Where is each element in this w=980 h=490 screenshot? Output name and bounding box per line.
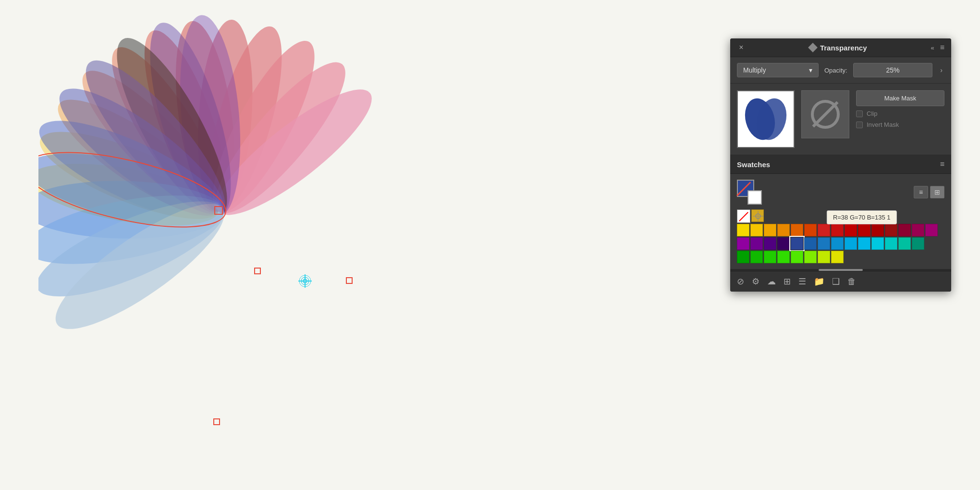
swatch-item[interactable] <box>818 237 830 250</box>
svg-rect-26 <box>346 278 352 283</box>
swatch-item[interactable] <box>912 224 924 236</box>
object-thumbnail[interactable] <box>737 90 795 148</box>
invert-mask-option: Invert Mask <box>856 121 944 128</box>
swatch-item[interactable] <box>818 251 830 263</box>
panel-menu-icon[interactable]: ≡ <box>940 43 944 52</box>
swatches-header: Swatches ≡ <box>730 155 951 174</box>
swatch-item[interactable] <box>885 237 897 250</box>
scrollbar[interactable] <box>730 269 951 271</box>
swatch-item[interactable] <box>925 224 938 236</box>
cloud-icon[interactable]: ☁ <box>767 276 776 287</box>
clip-label: Clip <box>867 110 877 117</box>
swatches-body: ≡ ⊞ <box>730 174 951 269</box>
folder-icon[interactable]: 📁 <box>814 276 824 287</box>
blend-mode-dropdown[interactable]: Multiply ▾ <box>737 63 819 77</box>
svg-rect-25 <box>255 268 260 274</box>
grid-view-button[interactable]: ⊞ <box>930 186 944 198</box>
swatch-item[interactable] <box>845 237 857 250</box>
swatch-item[interactable] <box>858 224 870 236</box>
transparency-panel: × Transparency « ≡ Multiply ▾ Opacity: 2… <box>730 38 951 292</box>
swatch-item[interactable] <box>777 251 790 263</box>
swatch-item[interactable] <box>912 237 924 250</box>
swatch-item[interactable] <box>885 224 897 236</box>
swatches-menu-icon[interactable]: ≡ <box>940 160 944 169</box>
swatch-item[interactable] <box>791 251 803 263</box>
no-mask-icon <box>811 100 840 129</box>
opacity-field[interactable]: 25% <box>853 63 933 77</box>
swatch-item[interactable] <box>791 237 803 250</box>
panel-footer: ⊘ ⚙ ☁ ⊞ ☰ 📁 ❑ 🗑 <box>730 271 951 292</box>
swatch-row-special <box>737 209 944 223</box>
swatch-item[interactable] <box>750 251 763 263</box>
swatch-flower[interactable] <box>751 209 764 222</box>
swatch-item[interactable] <box>898 237 911 250</box>
canvas-area <box>0 0 663 490</box>
make-mask-button[interactable]: Make Mask <box>856 90 944 106</box>
invert-mask-checkbox[interactable] <box>856 122 863 128</box>
swatch-item[interactable] <box>831 224 844 236</box>
grid-icon[interactable]: ⊞ <box>784 276 791 287</box>
panel-title: Transparency <box>820 44 867 52</box>
swatch-row-2 <box>737 237 944 250</box>
blend-opacity-row: Multiply ▾ Opacity: 25% › <box>730 57 951 84</box>
swatch-row-1 <box>737 224 944 236</box>
swatches-title: Swatches <box>737 160 770 169</box>
view-buttons: ≡ ⊞ <box>914 186 944 198</box>
blend-mode-value: Multiply <box>743 66 766 74</box>
swatch-item[interactable] <box>804 251 817 263</box>
swatch-tools: ≡ ⊞ <box>737 180 944 205</box>
swatch-item[interactable] <box>737 237 749 250</box>
swatch-item[interactable] <box>777 224 790 236</box>
swatch-item[interactable] <box>737 251 749 263</box>
panel-icon <box>808 43 818 52</box>
swatch-item[interactable] <box>898 224 911 236</box>
edit-icon[interactable]: ⚙ <box>752 276 760 287</box>
swatch-item[interactable] <box>750 224 763 236</box>
none-swatch[interactable] <box>737 209 750 223</box>
delete-icon[interactable]: 🗑 <box>847 277 856 287</box>
collapse-button[interactable]: « <box>931 44 934 51</box>
clip-option: Clip <box>856 110 944 117</box>
svg-rect-27 <box>214 419 220 425</box>
swatch-item[interactable] <box>818 224 830 236</box>
dropdown-chevron-icon: ▾ <box>809 66 812 74</box>
swatch-item[interactable] <box>858 237 870 250</box>
registration-icon <box>752 210 764 222</box>
layers-icon[interactable]: ❑ <box>832 276 840 287</box>
swatch-item[interactable] <box>871 224 884 236</box>
swatch-item[interactable] <box>831 237 844 250</box>
foreground-background-colors[interactable] <box>737 180 762 205</box>
object-preview-svg <box>742 95 790 143</box>
swatch-item[interactable] <box>764 224 776 236</box>
clip-checkbox[interactable] <box>856 110 863 117</box>
mask-thumbnail[interactable] <box>801 90 849 138</box>
thumbnail-area: Make Mask Clip Invert Mask <box>730 84 951 155</box>
panel-header: × Transparency « ≡ <box>730 38 951 57</box>
list-icon[interactable]: ☰ <box>798 276 806 287</box>
swatch-item[interactable] <box>764 237 776 250</box>
mask-options: Make Mask Clip Invert Mask <box>856 90 944 128</box>
swatch-item[interactable] <box>871 237 884 250</box>
panel-header-right: « ≡ <box>931 43 944 52</box>
swatch-item[interactable] <box>845 224 857 236</box>
swatch-item[interactable] <box>750 237 763 250</box>
library-icon[interactable]: ⊘ <box>737 276 744 287</box>
color-wheel-svg <box>38 10 399 442</box>
opacity-label: Opacity: <box>824 67 847 74</box>
swatches-grid <box>737 209 944 263</box>
swatch-item[interactable] <box>804 224 817 236</box>
invert-mask-label: Invert Mask <box>867 121 899 128</box>
opacity-arrow-button[interactable]: › <box>938 64 944 76</box>
swatch-item[interactable] <box>764 251 776 263</box>
swatch-item[interactable] <box>737 224 749 236</box>
swatch-item[interactable] <box>777 237 790 250</box>
swatch-item[interactable] <box>831 251 844 263</box>
background-swatch[interactable] <box>747 190 762 205</box>
swatch-item[interactable] <box>791 224 803 236</box>
close-button[interactable]: × <box>737 43 746 52</box>
swatch-item[interactable] <box>804 237 817 250</box>
list-view-button[interactable]: ≡ <box>914 186 928 198</box>
scrollbar-thumb[interactable] <box>819 269 863 271</box>
swatch-row-3 <box>737 251 944 263</box>
panel-header-left: Transparency <box>809 44 867 52</box>
